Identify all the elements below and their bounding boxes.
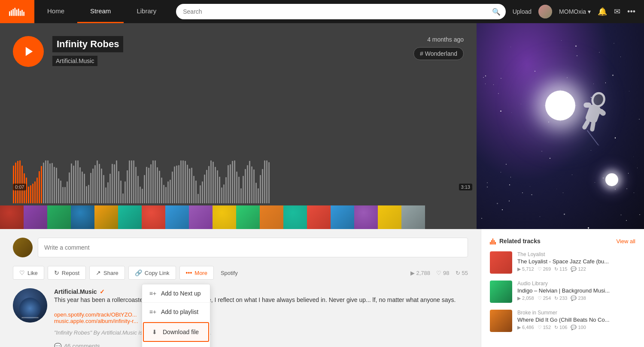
waveform-bar[interactable] bbox=[94, 165, 96, 203]
artist-avatar[interactable] bbox=[13, 288, 47, 323]
related-track-item[interactable]: The Loyalist The Loyalist - Space Jazz C… bbox=[490, 251, 635, 274]
waveform-bar[interactable] bbox=[228, 165, 229, 203]
waveform-bar[interactable] bbox=[195, 181, 197, 203]
waveform-bar[interactable] bbox=[84, 174, 85, 203]
waveform-bar[interactable] bbox=[75, 160, 76, 203]
search-input[interactable] bbox=[176, 4, 505, 19]
waveform-bar[interactable] bbox=[249, 161, 250, 203]
waveform-bar[interactable] bbox=[170, 180, 171, 203]
related-track-item[interactable]: Broke in Summer Where Did It Go (Chill B… bbox=[490, 310, 635, 332]
nav-library[interactable]: Library bbox=[124, 0, 169, 23]
waveform-bar[interactable] bbox=[159, 171, 160, 203]
more-button[interactable]: ••• More bbox=[179, 266, 214, 280]
waveform-bar[interactable] bbox=[45, 160, 46, 203]
waveform-bar[interactable] bbox=[206, 170, 207, 203]
waveform-bar[interactable] bbox=[140, 187, 141, 203]
waveform-bar[interactable] bbox=[204, 175, 205, 203]
waveform-bar[interactable] bbox=[172, 172, 173, 203]
waveform-bar[interactable] bbox=[49, 163, 51, 203]
waveform-bar[interactable] bbox=[17, 161, 18, 203]
waveform-bar[interactable] bbox=[39, 171, 40, 203]
waveform-bar[interactable] bbox=[79, 167, 81, 203]
waveform-bar[interactable] bbox=[127, 170, 128, 203]
waveform-bar[interactable] bbox=[47, 160, 49, 203]
waveform-bar[interactable] bbox=[236, 172, 237, 203]
logo[interactable] bbox=[0, 0, 34, 23]
waveform-bar[interactable] bbox=[64, 187, 66, 203]
waveform-bar[interactable] bbox=[161, 178, 162, 203]
waveform-bar[interactable] bbox=[163, 185, 164, 203]
waveform-bar[interactable] bbox=[174, 166, 175, 203]
waveform-bar[interactable] bbox=[135, 167, 137, 203]
waveform-bar[interactable] bbox=[191, 168, 192, 203]
waveform-bar[interactable] bbox=[129, 160, 130, 203]
waveform-bar[interactable] bbox=[243, 176, 244, 203]
share-button[interactable]: ↗ Share bbox=[89, 266, 125, 280]
waveform-bar[interactable] bbox=[225, 177, 227, 203]
waveform-bar[interactable] bbox=[103, 175, 104, 203]
waveform-bar[interactable] bbox=[251, 166, 252, 203]
waveform-bar[interactable] bbox=[247, 165, 248, 203]
waveform-bar[interactable] bbox=[107, 182, 109, 203]
waveform-bar[interactable] bbox=[15, 163, 16, 203]
waveform-bar[interactable] bbox=[185, 161, 186, 203]
waveform-bar[interactable] bbox=[19, 160, 21, 203]
nav-stream[interactable]: Stream bbox=[77, 0, 124, 23]
waveform-bar[interactable] bbox=[30, 185, 31, 203]
waveform-bar[interactable] bbox=[60, 181, 61, 203]
waveform-bar[interactable] bbox=[28, 187, 29, 203]
waveform-bar[interactable] bbox=[232, 161, 233, 203]
waveform-bar[interactable] bbox=[62, 187, 64, 203]
waveform-bar[interactable] bbox=[109, 174, 111, 203]
waveform-bar[interactable] bbox=[77, 160, 79, 203]
waveform-bar[interactable] bbox=[73, 166, 74, 203]
more-options-icon[interactable]: ••• bbox=[627, 7, 635, 16]
waveform-bar[interactable] bbox=[88, 185, 89, 203]
waveform-bar[interactable] bbox=[157, 167, 158, 203]
waveform-bar[interactable] bbox=[58, 178, 59, 203]
waveform-bar[interactable] bbox=[105, 187, 106, 203]
waveform-bar[interactable] bbox=[187, 165, 188, 203]
waveform-bar[interactable] bbox=[148, 168, 149, 203]
waveform-bar[interactable] bbox=[52, 163, 53, 203]
spotify-button[interactable]: Spotify bbox=[217, 270, 241, 276]
upload-link[interactable]: Upload bbox=[513, 8, 532, 15]
waveform-bar[interactable] bbox=[114, 164, 115, 203]
waveform-bar[interactable] bbox=[255, 183, 257, 203]
waveform-bar[interactable] bbox=[69, 172, 70, 203]
waveform-bar[interactable] bbox=[36, 178, 38, 203]
waveform-bar[interactable] bbox=[137, 176, 139, 203]
waveform-bar[interactable] bbox=[34, 181, 36, 203]
waveform-bar[interactable] bbox=[258, 188, 259, 203]
station-item[interactable]: 📡 Station bbox=[142, 343, 210, 347]
waveform-bar[interactable] bbox=[238, 177, 240, 203]
waveform[interactable] bbox=[0, 152, 477, 203]
waveform-bar[interactable] bbox=[221, 187, 222, 203]
waveform-bar[interactable] bbox=[118, 171, 119, 203]
waveform-bar[interactable] bbox=[97, 160, 98, 203]
waveform-bar[interactable] bbox=[133, 160, 134, 203]
waveform-bar[interactable] bbox=[200, 185, 201, 203]
waveform-bar[interactable] bbox=[43, 163, 44, 203]
waveform-bar[interactable] bbox=[120, 181, 122, 203]
waveform-bar[interactable] bbox=[32, 184, 33, 203]
waveform-bar[interactable] bbox=[150, 164, 152, 203]
waveform-bar[interactable] bbox=[264, 160, 265, 203]
track-artist[interactable]: Artificial.Music bbox=[52, 56, 97, 66]
waveform-bar[interactable] bbox=[215, 167, 216, 203]
waveform-bar[interactable] bbox=[253, 169, 255, 203]
waveform-bar[interactable] bbox=[223, 184, 225, 203]
like-button[interactable]: ♡ Like bbox=[13, 266, 44, 280]
copy-link-button[interactable]: 🔗 Copy Link bbox=[128, 266, 176, 280]
comment-input[interactable] bbox=[38, 238, 468, 257]
waveform-bar[interactable] bbox=[125, 181, 126, 203]
waveform-bar[interactable] bbox=[86, 186, 87, 203]
avatar[interactable] bbox=[538, 5, 552, 18]
waveform-bar[interactable] bbox=[210, 160, 212, 203]
repost-button[interactable]: ↻ Repost bbox=[48, 266, 86, 280]
add-to-playlist-item[interactable]: ≡+ Add to playlist bbox=[142, 303, 210, 321]
waveform-bar[interactable] bbox=[92, 169, 94, 203]
waveform-bar[interactable] bbox=[167, 181, 169, 203]
waveform-bar[interactable] bbox=[213, 162, 214, 203]
waveform-bar[interactable] bbox=[197, 194, 199, 203]
